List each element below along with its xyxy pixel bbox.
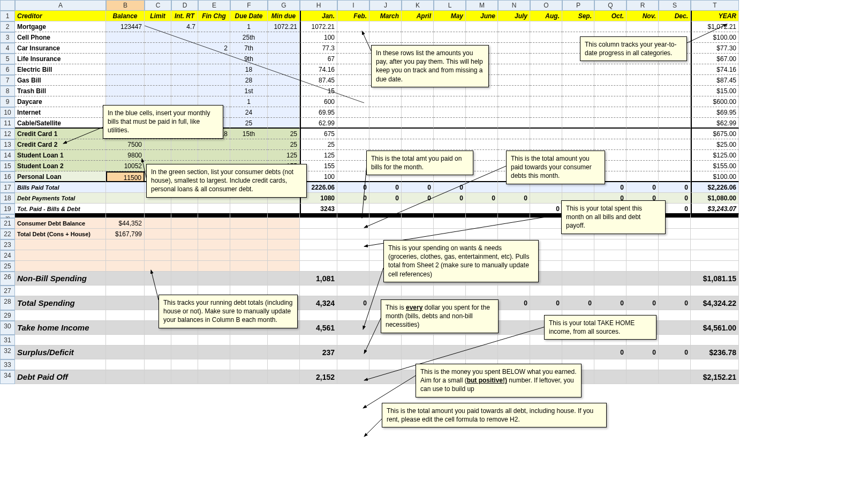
- month-cell[interactable]: [659, 118, 691, 129]
- month-cell[interactable]: [498, 75, 530, 86]
- mindue-cell[interactable]: [268, 107, 300, 118]
- month-total[interactable]: 0: [466, 193, 498, 204]
- row-header[interactable]: 7: [0, 75, 15, 86]
- row-header[interactable]: 11: [0, 118, 15, 129]
- month-cell[interactable]: [627, 129, 659, 139]
- month-cell[interactable]: [369, 96, 402, 107]
- row-header[interactable]: 10: [0, 107, 15, 118]
- intrt-cell[interactable]: [171, 64, 198, 75]
- month-val[interactable]: [659, 272, 691, 286]
- header-cell[interactable]: Balance: [106, 11, 145, 21]
- month-cell[interactable]: [434, 139, 466, 150]
- limit-cell[interactable]: [145, 43, 171, 54]
- month-cell[interactable]: [369, 107, 402, 118]
- header-cell[interactable]: Feb.: [337, 11, 369, 21]
- month-cell[interactable]: [466, 86, 498, 96]
- header-cell[interactable]: July: [498, 11, 530, 21]
- header-cell[interactable]: YEAR: [691, 11, 739, 21]
- header-cell[interactable]: Min due: [268, 11, 300, 21]
- header-cell[interactable]: April: [402, 11, 434, 21]
- header-cell[interactable]: Sep.: [562, 11, 594, 21]
- month-cell[interactable]: [337, 150, 369, 161]
- creditor-name[interactable]: Trash Bill: [15, 86, 106, 96]
- month-cell[interactable]: [627, 86, 659, 96]
- balance-cell[interactable]: [106, 86, 145, 96]
- mindue-cell[interactable]: [268, 96, 300, 107]
- row-header[interactable]: 13: [0, 139, 15, 150]
- balance-cell[interactable]: 11500: [106, 171, 145, 182]
- mindue-cell[interactable]: [268, 118, 300, 129]
- col-header[interactable]: K: [402, 0, 434, 11]
- row-header[interactable]: 25: [0, 261, 15, 272]
- month-total[interactable]: 0: [434, 193, 466, 204]
- month-cell[interactable]: [434, 118, 466, 129]
- month-cell[interactable]: [530, 139, 562, 150]
- year-cell[interactable]: $100.00: [691, 32, 739, 43]
- creditor-name[interactable]: Daycare: [15, 96, 106, 107]
- month-total[interactable]: 0: [627, 182, 659, 193]
- col-header[interactable]: A: [15, 0, 106, 11]
- header-cell[interactable]: Jan.: [300, 11, 337, 21]
- month-cell[interactable]: [627, 21, 659, 32]
- month-val[interactable]: 0: [562, 296, 594, 310]
- month-cell[interactable]: [337, 96, 369, 107]
- limit-cell[interactable]: [145, 139, 171, 150]
- month-total[interactable]: [530, 193, 562, 204]
- row-header[interactable]: 1: [0, 11, 15, 21]
- month-cell[interactable]: [337, 139, 369, 150]
- intrt-cell[interactable]: [171, 43, 198, 54]
- mindue-cell[interactable]: 1072.21: [268, 21, 300, 32]
- month-cell[interactable]: [498, 54, 530, 64]
- row-header[interactable]: 5: [0, 54, 15, 64]
- month-cell[interactable]: 74.16: [300, 64, 337, 75]
- intrt-cell[interactable]: [171, 139, 198, 150]
- year-val[interactable]: $1,081.15: [691, 272, 739, 286]
- mindue-cell[interactable]: 125: [268, 150, 300, 161]
- month-cell[interactable]: [434, 32, 466, 43]
- creditor-name[interactable]: Cell Phone: [15, 32, 106, 43]
- month-cell[interactable]: [659, 96, 691, 107]
- month-cell[interactable]: [369, 86, 402, 96]
- month-val[interactable]: [562, 272, 594, 286]
- month-cell[interactable]: [594, 118, 627, 129]
- month-cell[interactable]: [498, 86, 530, 96]
- row-header[interactable]: 23: [0, 239, 15, 250]
- col-header[interactable]: P: [562, 0, 594, 11]
- month-cell[interactable]: 125: [300, 150, 337, 161]
- month-val[interactable]: [402, 346, 434, 359]
- month-cell[interactable]: 15: [300, 86, 337, 96]
- creditor-name[interactable]: Mortgage: [15, 21, 106, 32]
- month-cell[interactable]: [498, 118, 530, 129]
- month-total[interactable]: 0: [659, 182, 691, 193]
- month-cell[interactable]: [594, 107, 627, 118]
- limit-cell[interactable]: [145, 32, 171, 43]
- year-cell[interactable]: $25.00: [691, 139, 739, 150]
- month-cell[interactable]: [369, 129, 402, 139]
- month-cell[interactable]: [337, 32, 369, 43]
- month-cell[interactable]: [337, 107, 369, 118]
- year-val[interactable]: $2,152.21: [691, 370, 739, 384]
- finchg-cell[interactable]: [198, 32, 230, 43]
- month-val[interactable]: [627, 272, 659, 286]
- month-val[interactable]: [627, 370, 659, 384]
- header-cell[interactable]: Due Date: [230, 11, 268, 21]
- row-header[interactable]: 8: [0, 86, 15, 96]
- month-cell[interactable]: [530, 86, 562, 96]
- mindue-cell[interactable]: [268, 75, 300, 86]
- balance-cell[interactable]: 9800: [106, 150, 145, 161]
- month-cell[interactable]: [562, 21, 594, 32]
- due-cell[interactable]: 15th: [230, 129, 268, 139]
- row-header[interactable]: 18: [0, 193, 15, 204]
- month-cell[interactable]: [530, 129, 562, 139]
- month-val[interactable]: [562, 346, 594, 359]
- month-cell[interactable]: [594, 86, 627, 96]
- month-cell[interactable]: [337, 75, 369, 86]
- col-header[interactable]: D: [171, 0, 198, 11]
- month-val[interactable]: 0: [659, 346, 691, 359]
- month-cell[interactable]: [627, 161, 659, 171]
- month-cell[interactable]: [594, 129, 627, 139]
- year-val[interactable]: $4,561.00: [691, 321, 739, 335]
- month-total[interactable]: 0: [434, 182, 466, 193]
- month-total[interactable]: 0: [369, 182, 402, 193]
- finchg-cell[interactable]: [198, 139, 230, 150]
